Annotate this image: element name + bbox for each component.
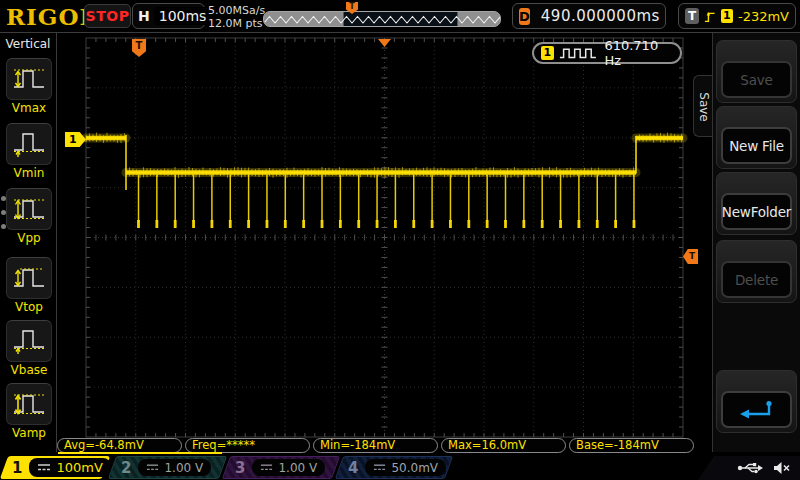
counter-value: 610.710 Hz bbox=[604, 38, 673, 68]
measure-item-vtop[interactable]: Vtop bbox=[6, 257, 52, 314]
menu-slot: Save bbox=[716, 40, 797, 103]
channel1-status[interactable]: 1 100mV bbox=[0, 456, 110, 479]
dc-coupling-icon bbox=[146, 463, 159, 472]
channel4-scale: 50.0mV bbox=[391, 461, 438, 475]
channel1-number: 1 bbox=[12, 459, 22, 477]
right-soft-menu: Save New File NewFolder Delete bbox=[712, 33, 800, 452]
measurement-slot-avg[interactable]: Avg=-64.8mV bbox=[57, 438, 182, 453]
measure-item-vbase[interactable]: Vbase bbox=[6, 320, 52, 377]
back-button[interactable] bbox=[721, 391, 792, 428]
dc-coupling-icon bbox=[260, 463, 273, 472]
delay-value: 490.000000ms bbox=[541, 7, 660, 25]
measure-item-label: Vtop bbox=[6, 300, 52, 314]
preview-wave bbox=[264, 12, 500, 26]
channel4-status[interactable]: 4 50.0mV bbox=[335, 456, 453, 479]
counter-source-badge: 1 bbox=[541, 46, 554, 60]
memory-waveform-preview bbox=[263, 11, 501, 27]
channel-status-bar: 1 100mV 2 1.00 V bbox=[0, 455, 800, 480]
speaker-muted-icon bbox=[773, 461, 790, 475]
trigger-label-badge: T bbox=[685, 8, 699, 24]
menu-slot: New File bbox=[716, 106, 797, 169]
vbase-icon bbox=[12, 326, 46, 356]
square-wave-icon bbox=[559, 46, 600, 60]
scroll-dot-icon bbox=[1, 224, 6, 229]
return-arrow-icon bbox=[738, 399, 776, 421]
measure-item-label: Vpp bbox=[6, 231, 52, 245]
trigger-level-value: -232mV bbox=[738, 9, 789, 24]
vpp-icon bbox=[12, 194, 46, 224]
measure-item-label: Vmax bbox=[6, 101, 52, 115]
left-measure-menu: Vertical Vmax Vmin bbox=[0, 33, 57, 452]
dc-coupling-icon bbox=[373, 463, 386, 472]
channel2-number: 2 bbox=[121, 459, 131, 477]
measure-item-vpp[interactable]: Vpp bbox=[6, 188, 52, 245]
scroll-dot-icon bbox=[1, 196, 6, 201]
rising-edge-icon bbox=[704, 9, 715, 24]
menu-tab-save: Save bbox=[693, 75, 713, 137]
vmax-icon bbox=[12, 64, 46, 94]
measurement-slot-max[interactable]: Max=16.0mV bbox=[441, 438, 566, 453]
channel1-scale: 100mV bbox=[56, 460, 102, 475]
measurement-slot-base[interactable]: Base=-184mV bbox=[569, 438, 694, 453]
measurement-selected-underline bbox=[58, 452, 222, 454]
trigger-source-badge: 1 bbox=[721, 9, 733, 23]
memory-depth: 12.0M pts bbox=[208, 17, 265, 30]
waveform-display bbox=[57, 33, 700, 455]
oscilloscope-screen: RIGOL STOP H 100ms 5.00MSa/s 12.0M pts T… bbox=[0, 0, 800, 480]
trigger-box: T 1 -232mV bbox=[678, 3, 796, 29]
measure-item-vmin[interactable]: Vmin bbox=[6, 123, 52, 180]
menu-slot: Delete bbox=[716, 240, 797, 303]
system-status-area bbox=[698, 456, 800, 480]
new-folder-button[interactable]: NewFolder bbox=[721, 193, 792, 230]
top-status-bar: RIGOL STOP H 100ms 5.00MSa/s 12.0M pts T… bbox=[0, 0, 800, 33]
delete-button[interactable]: Delete bbox=[721, 261, 792, 298]
measure-item-vmax[interactable]: Vmax bbox=[6, 58, 52, 115]
save-button[interactable]: Save bbox=[721, 61, 792, 98]
measure-item-vamp[interactable]: Vamp bbox=[6, 383, 52, 440]
vmin-icon bbox=[12, 129, 46, 159]
left-menu-title: Vertical bbox=[0, 37, 56, 51]
measurement-slot-min[interactable]: Min=-184mV bbox=[313, 438, 438, 453]
timebase-label: H bbox=[138, 8, 150, 24]
measure-item-label: Vmin bbox=[6, 166, 52, 180]
delay-label-badge: D bbox=[519, 8, 530, 25]
menu-slot: NewFolder bbox=[716, 172, 797, 235]
channel2-status[interactable]: 2 1.00 V bbox=[108, 456, 227, 479]
sample-rate: 5.00MSa/s bbox=[208, 4, 265, 17]
run-status-badge: STOP bbox=[84, 4, 131, 28]
timebase-value: 100ms bbox=[154, 7, 212, 25]
measurement-slot-freq[interactable]: Freq=***** bbox=[185, 438, 310, 453]
acquisition-info: 5.00MSa/s 12.0M pts bbox=[208, 4, 265, 30]
channel2-scale: 1.00 V bbox=[164, 461, 203, 475]
channel3-scale: 1.00 V bbox=[278, 461, 317, 475]
timebase-box: H 100ms bbox=[132, 3, 205, 29]
menu-slot bbox=[716, 370, 797, 433]
new-file-button[interactable]: New File bbox=[721, 127, 792, 164]
scroll-dot-icon bbox=[1, 210, 6, 215]
measure-item-label: Vbase bbox=[6, 363, 52, 377]
channel3-status[interactable]: 3 1.00 V bbox=[222, 456, 340, 479]
channel3-number: 3 bbox=[235, 459, 245, 477]
vtop-icon bbox=[12, 263, 46, 293]
vamp-icon bbox=[12, 389, 46, 419]
frequency-counter: 1 610.710 Hz bbox=[532, 42, 682, 64]
channel4-number: 4 bbox=[348, 459, 358, 477]
delay-box: D 490.000000ms bbox=[512, 3, 666, 29]
dc-coupling-icon bbox=[37, 463, 51, 472]
usb-icon bbox=[737, 461, 764, 475]
